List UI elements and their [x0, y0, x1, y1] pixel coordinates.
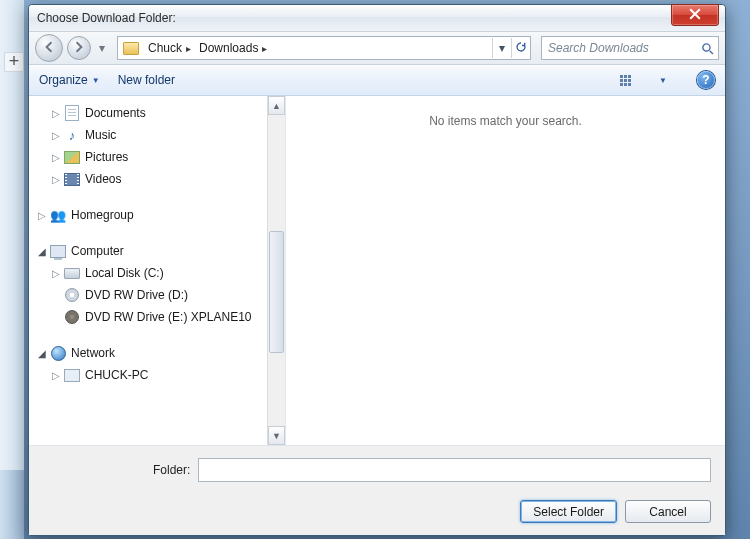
expand-toggle[interactable]: ▷ — [49, 268, 63, 279]
file-list-pane[interactable]: No items match your search. — [286, 96, 725, 445]
homegroup-icon: 👥 — [49, 207, 67, 223]
music-icon: ♪ — [63, 127, 81, 143]
tree-spacer — [35, 328, 267, 342]
command-bar: Organize ▼ New folder ▼ ? — [29, 65, 725, 96]
tree-scrollbar[interactable]: ▲ ▼ — [267, 96, 285, 445]
dialog-window: Choose Download Folder: ▾ Chuck — [28, 4, 726, 536]
documents-icon — [63, 105, 81, 121]
dvd-icon — [63, 287, 81, 303]
new-folder-label: New folder — [118, 73, 175, 87]
pc-icon — [63, 367, 81, 383]
tree-item-pictures[interactable]: ▷Pictures — [35, 146, 267, 168]
arrow-left-icon — [43, 41, 55, 56]
breadcrumb-label: Downloads — [199, 41, 258, 55]
scroll-down-button[interactable]: ▼ — [268, 426, 285, 445]
videos-icon — [63, 171, 81, 187]
backdrop: + Choose Download Folder: ▾ — [0, 0, 750, 539]
tree-label: Music — [85, 128, 116, 142]
expand-toggle[interactable]: ▷ — [49, 130, 63, 141]
tree-label: DVD RW Drive (D:) — [85, 288, 188, 302]
collapse-toggle[interactable]: ◢ — [35, 246, 49, 257]
chevron-up-icon: ▲ — [272, 101, 281, 111]
tree-item-homegroup[interactable]: ▷👥Homegroup — [35, 204, 267, 226]
back-button[interactable] — [35, 34, 63, 62]
chevron-down-icon: ▾ — [99, 41, 105, 55]
tree-item-music[interactable]: ▷♪Music — [35, 124, 267, 146]
refresh-button[interactable] — [511, 38, 530, 58]
scroll-thumb[interactable] — [269, 231, 284, 353]
close-button[interactable] — [671, 4, 719, 26]
tree-item-dvd-d[interactable]: DVD RW Drive (D:) — [35, 284, 267, 306]
breadcrumb-chuck[interactable]: Chuck ▸ — [144, 37, 195, 59]
chevron-down-icon: ▼ — [659, 76, 667, 85]
expand-toggle[interactable]: ▷ — [49, 152, 63, 163]
expand-toggle[interactable]: ▷ — [49, 174, 63, 185]
chevron-right-icon: ▸ — [186, 43, 191, 54]
folder-tree[interactable]: ▷Documents ▷♪Music ▷Pictures ▷Videos ▷👥H… — [29, 96, 267, 445]
tree-item-local-disk-c[interactable]: ▷Local Disk (C:) — [35, 262, 267, 284]
expand-toggle[interactable]: ▷ — [49, 108, 63, 119]
help-icon: ? — [702, 73, 709, 87]
empty-message: No items match your search. — [429, 114, 582, 128]
search-icon — [701, 42, 714, 55]
tree-label: Network — [71, 346, 115, 360]
browser-newtab-button[interactable]: + — [4, 52, 24, 72]
location-folder-icon — [122, 39, 140, 57]
arrow-right-icon — [73, 41, 85, 56]
tree-label: Local Disk (C:) — [85, 266, 164, 280]
tree-label: CHUCK-PC — [85, 368, 148, 382]
drive-icon — [63, 265, 81, 281]
tree-label: DVD RW Drive (E:) XPLANE10 — [85, 310, 251, 324]
scroll-track[interactable] — [268, 115, 285, 426]
new-folder-button[interactable]: New folder — [118, 73, 175, 87]
forward-button[interactable] — [67, 36, 91, 60]
chevron-right-icon: ▸ — [262, 43, 267, 54]
folder-name-input[interactable] — [198, 458, 711, 482]
collapse-toggle[interactable]: ◢ — [35, 348, 49, 359]
view-mode-dropdown[interactable]: ▼ — [655, 69, 671, 91]
chevron-down-icon: ▾ — [499, 41, 505, 55]
help-button[interactable]: ? — [697, 71, 715, 89]
search-box[interactable] — [541, 36, 719, 60]
nav-bar: ▾ Chuck ▸ Downloads ▸ ▾ — [29, 32, 725, 65]
computer-icon — [49, 243, 67, 259]
folder-label: Folder: — [153, 463, 190, 477]
close-icon — [689, 8, 701, 23]
tree-item-videos[interactable]: ▷Videos — [35, 168, 267, 190]
tree-label: Pictures — [85, 150, 128, 164]
tree-item-computer[interactable]: ◢Computer — [35, 240, 267, 262]
tree-spacer — [35, 226, 267, 240]
address-dropdown[interactable]: ▾ — [492, 38, 511, 58]
tree-item-dvd-e[interactable]: DVD RW Drive (E:) XPLANE10 — [35, 306, 267, 328]
organize-menu[interactable]: Organize ▼ — [39, 73, 100, 87]
tree-label: Computer — [71, 244, 124, 258]
nav-history-dropdown[interactable]: ▾ — [95, 37, 109, 59]
chevron-down-icon: ▼ — [92, 76, 100, 85]
expand-toggle[interactable]: ▷ — [35, 210, 49, 221]
dialog-footer: Folder: Select Folder Cancel — [29, 445, 725, 535]
organize-label: Organize — [39, 73, 88, 87]
view-mode-button[interactable] — [613, 69, 637, 91]
svg-point-0 — [703, 43, 710, 50]
scroll-up-button[interactable]: ▲ — [268, 96, 285, 115]
tree-spacer — [35, 190, 267, 204]
tree-item-documents[interactable]: ▷Documents — [35, 102, 267, 124]
titlebar[interactable]: Choose Download Folder: — [29, 5, 725, 32]
select-folder-button[interactable]: Select Folder — [520, 500, 617, 523]
breadcrumb-downloads[interactable]: Downloads ▸ — [195, 37, 271, 59]
pictures-icon — [63, 149, 81, 165]
dialog-body: ▷Documents ▷♪Music ▷Pictures ▷Videos ▷👥H… — [29, 96, 725, 445]
tree-label: Homegroup — [71, 208, 134, 222]
tree-label: Documents — [85, 106, 146, 120]
refresh-icon — [515, 41, 527, 56]
cancel-button[interactable]: Cancel — [625, 500, 711, 523]
tree-item-network[interactable]: ◢Network — [35, 342, 267, 364]
button-row: Select Folder Cancel — [43, 500, 711, 523]
network-icon — [49, 345, 67, 361]
search-input[interactable] — [546, 40, 701, 56]
expand-toggle[interactable]: ▷ — [49, 370, 63, 381]
folder-input-row: Folder: — [43, 458, 711, 482]
tree-item-chuck-pc[interactable]: ▷CHUCK-PC — [35, 364, 267, 386]
navigation-pane: ▷Documents ▷♪Music ▷Pictures ▷Videos ▷👥H… — [29, 96, 286, 445]
address-bar[interactable]: Chuck ▸ Downloads ▸ ▾ — [117, 36, 531, 60]
